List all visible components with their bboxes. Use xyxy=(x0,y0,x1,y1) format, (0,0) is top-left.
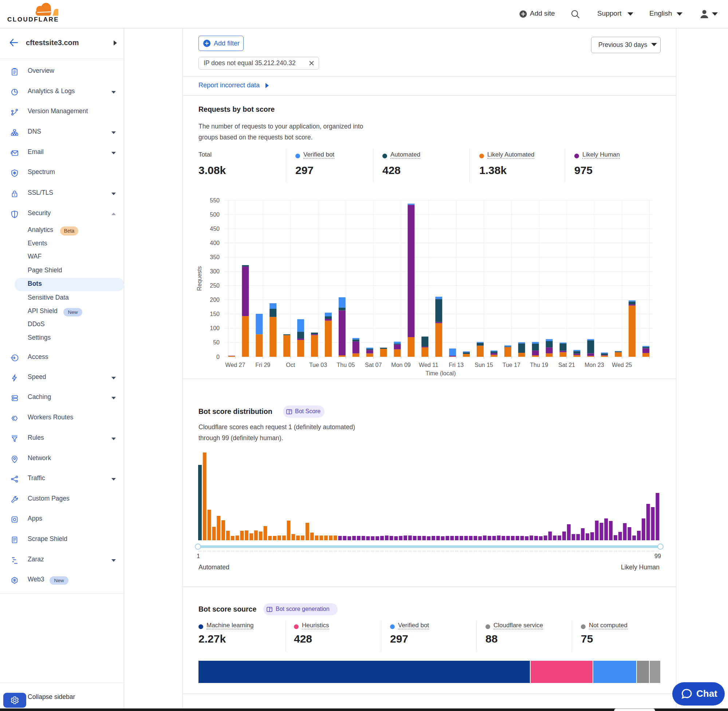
svg-text:550: 550 xyxy=(210,197,220,204)
svg-text:Wed 25: Wed 25 xyxy=(612,362,632,368)
svg-text:Requests: Requests xyxy=(196,266,202,291)
svg-text:Thu 05: Thu 05 xyxy=(337,362,355,368)
svg-text:Sat 21: Sat 21 xyxy=(558,362,575,368)
svg-text:Tue 17: Tue 17 xyxy=(502,362,520,368)
svg-text:Time (local): Time (local) xyxy=(426,370,456,376)
svg-text:350: 350 xyxy=(210,254,220,260)
svg-text:250: 250 xyxy=(210,283,220,289)
svg-text:Thu 19: Thu 19 xyxy=(530,362,548,368)
svg-text:Fri 29: Fri 29 xyxy=(255,362,270,368)
svg-text:150: 150 xyxy=(210,311,220,317)
svg-text:Wed 11: Wed 11 xyxy=(419,362,439,368)
svg-text:Tue 03: Tue 03 xyxy=(309,362,327,368)
svg-text:400: 400 xyxy=(210,240,220,246)
svg-text:Oct: Oct xyxy=(286,362,295,368)
svg-text:50: 50 xyxy=(213,339,220,345)
svg-text:500: 500 xyxy=(210,211,220,218)
svg-text:Sat 07: Sat 07 xyxy=(365,362,382,368)
svg-text:Sun 15: Sun 15 xyxy=(474,362,493,368)
svg-text:Mon 09: Mon 09 xyxy=(391,362,411,368)
svg-text:Fri 13: Fri 13 xyxy=(449,362,464,368)
svg-text:Mon 23: Mon 23 xyxy=(585,362,604,368)
svg-text:100: 100 xyxy=(210,325,220,331)
svg-text:Wed 27: Wed 27 xyxy=(226,362,245,368)
svg-text:0: 0 xyxy=(216,354,220,360)
svg-text:200: 200 xyxy=(210,297,220,303)
svg-text:450: 450 xyxy=(210,226,220,232)
svg-text:300: 300 xyxy=(210,268,220,274)
